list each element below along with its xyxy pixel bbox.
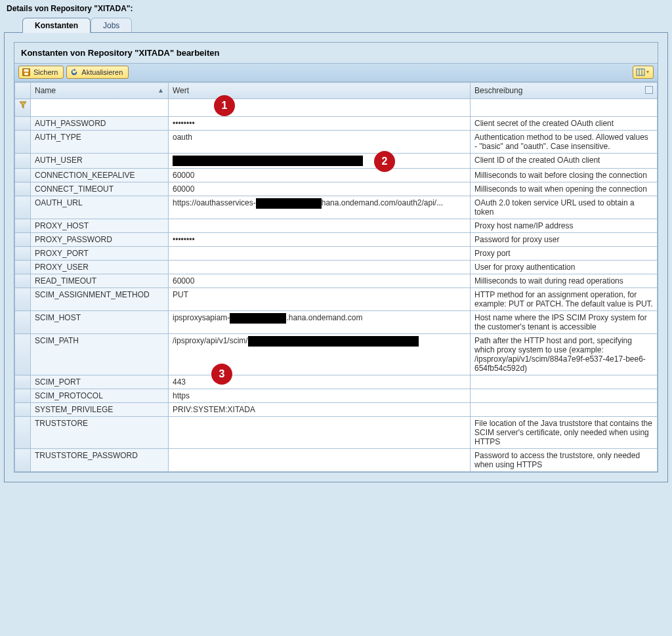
wert-cell[interactable]: PUT: [169, 288, 471, 311]
settings-dropdown-button[interactable]: [633, 66, 654, 79]
table-row: SCIM_PORT443: [15, 375, 658, 389]
name-cell[interactable]: PROXY_PASSWORD: [31, 233, 169, 247]
svg-rect-1: [24, 70, 29, 72]
wert-cell[interactable]: [169, 261, 471, 274]
beschreibung-cell: [471, 389, 658, 403]
name-cell[interactable]: SCIM_PROTOCOL: [31, 389, 169, 403]
wert-cell[interactable]: ipsproxysapiam-.hana.ondemand.com: [169, 311, 471, 334]
wert-cell[interactable]: 60000: [169, 274, 471, 288]
wert-cell[interactable]: https://oauthasservices-hana.ondemand.co…: [169, 196, 471, 219]
beschreibung-cell: Milliseconds to wait before closing the …: [471, 169, 658, 182]
row-selector[interactable]: [15, 417, 31, 449]
table-row: TRUSTSTOREFile location of the Java trus…: [15, 417, 658, 449]
refresh-button[interactable]: Aktualisieren: [66, 66, 129, 79]
expand-icon[interactable]: [645, 86, 653, 94]
redacted-value: [230, 313, 286, 324]
beschreibung-cell: Proxy host name/IP address: [471, 219, 658, 233]
svg-rect-2: [24, 73, 28, 75]
name-cell[interactable]: PROXY_USER: [31, 261, 169, 274]
wert-cell[interactable]: [169, 219, 471, 233]
row-selector[interactable]: [15, 334, 31, 375]
row-selector[interactable]: [15, 233, 31, 247]
row-selector[interactable]: [15, 247, 31, 261]
save-icon: [22, 68, 31, 77]
name-cell[interactable]: PROXY_PORT: [31, 247, 169, 261]
row-selector[interactable]: [15, 403, 31, 417]
wert-cell[interactable]: https: [169, 389, 471, 403]
wert-text-pre: https://oauthasservices-: [173, 198, 256, 207]
row-selector[interactable]: [15, 196, 31, 219]
filter-beschr-input[interactable]: [474, 101, 653, 114]
name-cell[interactable]: AUTH_PASSWORD: [31, 117, 169, 131]
table-row: AUTH_PASSWORD••••••••Client secret of th…: [15, 117, 658, 131]
row-selector[interactable]: [15, 169, 31, 182]
row-selector[interactable]: [15, 117, 31, 131]
name-cell[interactable]: AUTH_USER: [31, 154, 169, 169]
row-selector[interactable]: [15, 311, 31, 334]
wert-cell[interactable]: ••••••••: [169, 117, 471, 131]
name-cell[interactable]: OAUTH_URL: [31, 196, 169, 219]
header-selector[interactable]: [15, 83, 31, 99]
panel-title: Konstanten von Repository "XITADA" bearb…: [14, 43, 658, 63]
name-cell[interactable]: SCIM_ASSIGNMENT_METHOD: [31, 288, 169, 311]
row-selector[interactable]: [15, 261, 31, 274]
row-selector[interactable]: [15, 154, 31, 169]
name-cell[interactable]: AUTH_TYPE: [31, 131, 169, 154]
wert-cell[interactable]: PRIV:SYSTEM:XITADA: [169, 403, 471, 417]
constants-table: Name ▲ Wert Beschreibung: [14, 82, 658, 472]
col-beschreibung-header[interactable]: Beschreibung: [471, 83, 658, 99]
name-cell[interactable]: SCIM_PATH: [31, 334, 169, 375]
row-selector[interactable]: [15, 219, 31, 233]
wert-cell[interactable]: [169, 154, 471, 169]
name-cell[interactable]: TRUSTSTORE: [31, 417, 169, 449]
name-cell[interactable]: PROXY_HOST: [31, 219, 169, 233]
filter-icon-cell[interactable]: [15, 99, 31, 117]
callout-3: 3: [211, 364, 232, 385]
beschreibung-cell: Proxy port: [471, 247, 658, 261]
beschreibung-cell: Password to access the truststore, only …: [471, 449, 658, 472]
beschreibung-cell: Client ID of the created OAuth client: [471, 154, 658, 169]
table-row: PROXY_PORTProxy port: [15, 247, 658, 261]
beschreibung-cell: OAuth 2.0 token service URL used to obta…: [471, 196, 658, 219]
name-cell[interactable]: SCIM_PORT: [31, 375, 169, 389]
wert-cell[interactable]: ••••••••: [169, 233, 471, 247]
wert-cell[interactable]: 60000: [169, 182, 471, 196]
row-selector[interactable]: [15, 131, 31, 154]
refresh-label: Aktualisieren: [81, 68, 123, 76]
tab-jobs[interactable]: Jobs: [91, 18, 132, 33]
row-selector[interactable]: [15, 375, 31, 389]
row-selector[interactable]: [15, 389, 31, 403]
wert-cell[interactable]: [169, 417, 471, 449]
row-selector[interactable]: [15, 274, 31, 288]
wert-cell[interactable]: [169, 449, 471, 472]
svg-marker-6: [646, 71, 649, 74]
name-cell[interactable]: READ_TIMEOUT: [31, 274, 169, 288]
wert-cell[interactable]: oauth: [169, 131, 471, 154]
col-name-header[interactable]: Name ▲: [31, 83, 169, 99]
svg-marker-7: [20, 102, 26, 108]
name-cell[interactable]: SYSTEM_PRIVILEGE: [31, 403, 169, 417]
beschreibung-cell: [471, 403, 658, 417]
wert-text: PUT: [173, 290, 188, 299]
wert-cell[interactable]: [169, 247, 471, 261]
name-cell[interactable]: CONNECTION_KEEPALIVE: [31, 169, 169, 182]
page-title: Details von Repository "XITADA":: [4, 3, 668, 17]
name-cell[interactable]: CONNECT_TIMEOUT: [31, 182, 169, 196]
wert-cell[interactable]: 60000: [169, 169, 471, 182]
redacted-value: [173, 156, 363, 166]
beschreibung-cell: File location of the Java truststore tha…: [471, 417, 658, 449]
name-cell[interactable]: SCIM_HOST: [31, 311, 169, 334]
row-selector[interactable]: [15, 288, 31, 311]
name-cell[interactable]: TRUSTSTORE_PASSWORD: [31, 449, 169, 472]
beschreibung-cell: Client secret of the created OAuth clien…: [471, 117, 658, 131]
tab-konstanten[interactable]: Konstanten: [22, 18, 91, 33]
save-button[interactable]: Sichern: [18, 66, 64, 79]
table-row: AUTH_USERClient ID of the created OAuth …: [15, 154, 658, 169]
row-selector[interactable]: [15, 182, 31, 196]
filter-name-input[interactable]: [35, 101, 164, 114]
col-wert-header[interactable]: Wert: [169, 83, 471, 99]
table-row: READ_TIMEOUT60000Milliseconds to wait du…: [15, 274, 658, 288]
wert-text: 60000: [173, 171, 194, 180]
row-selector[interactable]: [15, 449, 31, 472]
beschreibung-cell: Path after the HTTP host and port, speci…: [471, 334, 658, 375]
